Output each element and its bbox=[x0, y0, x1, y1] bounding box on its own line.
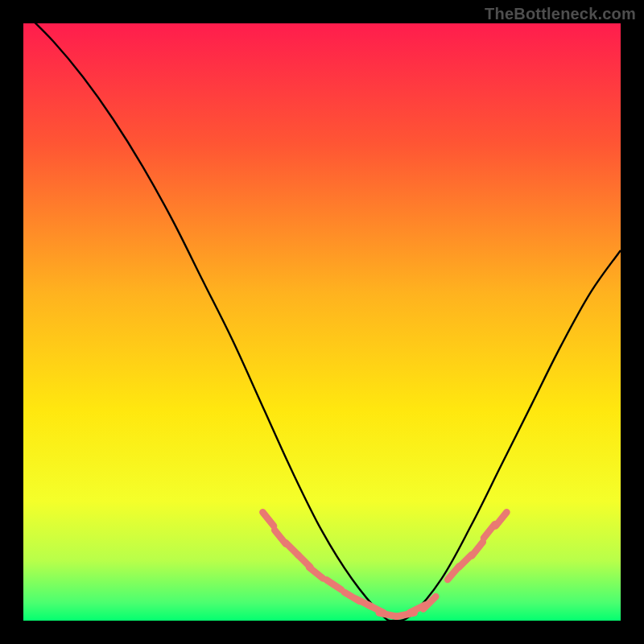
watermark-label: TheBottleneck.com bbox=[485, 5, 636, 23]
chart-frame: TheBottleneck.com bbox=[0, 0, 644, 644]
bottleneck-chart bbox=[0, 0, 644, 644]
